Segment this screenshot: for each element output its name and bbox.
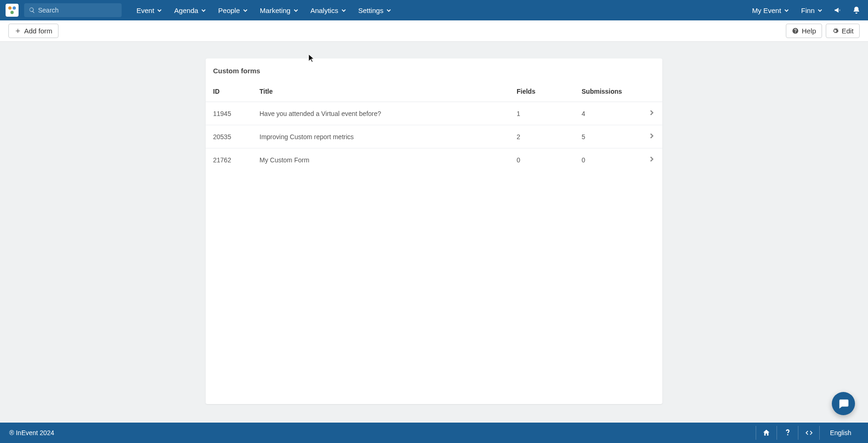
cell-subs: 4 — [574, 102, 639, 125]
announcements-button[interactable] — [830, 2, 846, 18]
megaphone-icon — [834, 6, 842, 14]
svg-point-2 — [11, 11, 14, 14]
search-input[interactable] — [24, 3, 122, 17]
nav-people[interactable]: People — [214, 4, 253, 17]
nav-right: My Event Finn — [747, 2, 864, 18]
cell-title: My Custom Form — [252, 148, 509, 172]
chevron-down-icon — [243, 8, 248, 13]
nav-label: People — [218, 6, 240, 14]
nav-marketing[interactable]: Marketing — [255, 4, 303, 17]
chat-icon — [837, 398, 849, 410]
chevron-down-icon — [157, 8, 162, 13]
col-title: Title — [252, 79, 509, 102]
help-button[interactable]: Help — [786, 24, 822, 38]
gear-icon — [832, 27, 839, 34]
code-icon — [805, 429, 813, 437]
footer-right: English — [756, 426, 859, 440]
card-title: Custom forms — [206, 58, 662, 79]
button-label: Help — [802, 27, 816, 35]
table-row[interactable]: 21762 My Custom Form 0 0 — [206, 148, 662, 172]
footer-code-button[interactable] — [798, 426, 820, 440]
cell-id: 21762 — [206, 148, 252, 172]
col-fields: Fields — [509, 79, 574, 102]
cell-fields: 0 — [509, 148, 574, 172]
chevron-right-icon — [648, 156, 655, 162]
search-wrap — [24, 3, 122, 17]
cell-fields: 2 — [509, 125, 574, 148]
nav-analytics[interactable]: Analytics — [306, 4, 351, 17]
nav-label: Finn — [801, 6, 815, 14]
cell-title: Improving Custom report metrics — [252, 125, 509, 148]
top-nav: Event Agenda People Marketing Analytics … — [0, 0, 868, 20]
custom-forms-card: Custom forms ID Title Fields Submissions… — [206, 58, 662, 404]
table-row[interactable]: 11945 Have you attended a Virtual event … — [206, 102, 662, 125]
cell-subs: 5 — [574, 125, 639, 148]
add-form-button[interactable]: Add form — [8, 24, 58, 38]
table-row[interactable]: 20535 Improving Custom report metrics 2 … — [206, 125, 662, 148]
cell-fields: 1 — [509, 102, 574, 125]
nav-settings[interactable]: Settings — [354, 4, 396, 17]
chevron-down-icon — [341, 8, 346, 13]
footer-home-button[interactable] — [756, 426, 777, 440]
nav-label: My Event — [752, 6, 781, 14]
nav-event[interactable]: Event — [132, 4, 167, 17]
chevron-down-icon — [817, 8, 823, 13]
edit-button[interactable]: Edit — [826, 24, 860, 38]
col-id: ID — [206, 79, 252, 102]
notifications-button[interactable] — [849, 2, 864, 18]
col-arrow — [639, 79, 662, 102]
help-icon — [792, 27, 799, 34]
search-icon — [29, 7, 35, 13]
forms-table: ID Title Fields Submissions 11945 Have y… — [206, 79, 662, 171]
chevron-down-icon — [784, 8, 789, 13]
button-label: Edit — [842, 27, 854, 35]
footer-help-button[interactable] — [777, 426, 798, 440]
question-icon — [784, 429, 792, 437]
svg-point-1 — [13, 6, 16, 10]
footer: ® InEvent 2024 English — [0, 423, 868, 443]
bell-icon — [852, 6, 861, 14]
nav-left: Event Agenda People Marketing Analytics … — [132, 4, 396, 17]
footer-language-button[interactable]: English — [820, 429, 859, 437]
chat-launcher[interactable] — [832, 392, 855, 415]
toolbar: Add form Help Edit — [0, 20, 868, 42]
cell-id: 11945 — [206, 102, 252, 125]
button-label: Add form — [24, 27, 52, 35]
footer-language-label: English — [830, 429, 851, 437]
chevron-down-icon — [293, 8, 298, 13]
plus-icon — [14, 27, 21, 34]
nav-label: Analytics — [311, 6, 338, 14]
brand-logo[interactable] — [6, 4, 19, 17]
footer-copyright: ® InEvent 2024 — [9, 429, 54, 437]
nav-label: Event — [136, 6, 154, 14]
chevron-right-icon — [648, 109, 655, 116]
home-icon — [762, 429, 771, 437]
chevron-right-icon — [648, 133, 655, 139]
cell-id: 20535 — [206, 125, 252, 148]
nav-user[interactable]: Finn — [797, 4, 827, 17]
nav-agenda[interactable]: Agenda — [169, 4, 211, 17]
nav-label: Marketing — [260, 6, 291, 14]
nav-label: Settings — [358, 6, 383, 14]
chevron-down-icon — [386, 8, 391, 13]
chevron-down-icon — [201, 8, 206, 13]
cell-title: Have you attended a Virtual event before… — [252, 102, 509, 125]
cell-subs: 0 — [574, 148, 639, 172]
logo-icon — [6, 4, 19, 17]
main-content: Custom forms ID Title Fields Submissions… — [0, 42, 868, 423]
cell-arrow — [639, 102, 662, 125]
svg-point-0 — [8, 6, 12, 10]
cell-arrow — [639, 125, 662, 148]
nav-label: Agenda — [174, 6, 198, 14]
col-submissions: Submissions — [574, 79, 639, 102]
cell-arrow — [639, 148, 662, 172]
nav-my-event[interactable]: My Event — [747, 4, 794, 17]
